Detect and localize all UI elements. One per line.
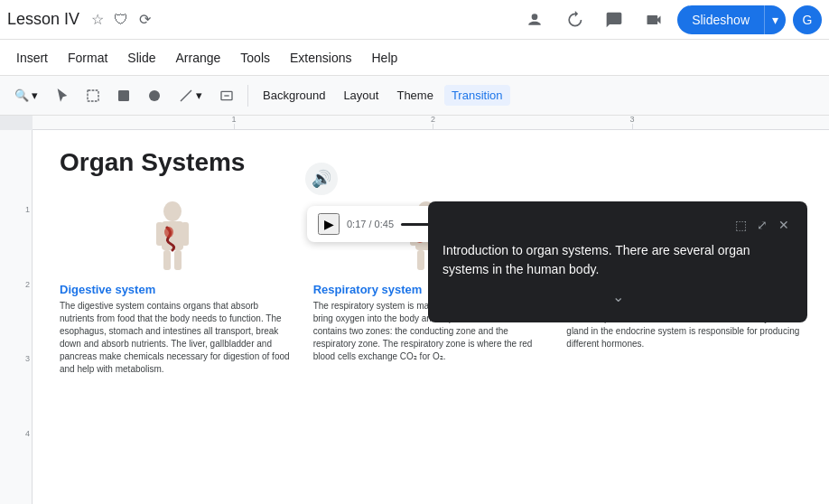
svg-point-12 [164, 227, 173, 238]
digestive-desc: The digestive system contains organs tha… [60, 300, 295, 376]
svg-rect-9 [182, 222, 189, 246]
svg-point-2 [149, 90, 160, 101]
bubble-expand-icon[interactable]: ⬚ [731, 216, 750, 234]
camera-icon-btn[interactable] [638, 4, 670, 36]
ruler-mark-3: 3 [630, 116, 635, 129]
audio-current-time: 0:17 [347, 219, 366, 229]
canvas-area: 1 2 3 1 2 3 4 Organ Systems [0, 116, 829, 504]
menu-help[interactable]: Help [362, 47, 406, 69]
digestive-image [145, 201, 209, 277]
doc-title: Lesson IV [7, 10, 79, 29]
star-icon[interactable]: ☆ [88, 11, 107, 29]
play-button[interactable]: ▶ [318, 213, 340, 235]
bubble-move-icon[interactable]: ⤢ [753, 216, 771, 234]
zoom-icon: 🔍 [14, 89, 29, 102]
top-bar: Lesson IV ☆ 🛡 ⟳ Slideshow ▾ G [0, 0, 829, 40]
toolbar: 🔍 ▾ ▾ Background Layout Theme Transition [0, 76, 829, 116]
history-icon[interactable]: ⟳ [135, 11, 154, 29]
line-btn[interactable]: ▾ [172, 85, 210, 107]
textbox-btn[interactable] [213, 82, 240, 109]
top-bar-right: Slideshow ▾ G [518, 4, 822, 36]
cloud-icon[interactable]: 🛡 [112, 11, 130, 29]
audio-icon-circle[interactable]: 🔊 [305, 163, 338, 195]
svg-rect-8 [156, 222, 163, 246]
shape-btn[interactable] [141, 82, 168, 109]
tab-theme[interactable]: Theme [389, 85, 440, 106]
audio-time: 0:17 / 0:45 [347, 219, 394, 229]
digestive-card: Digestive system The digestive system co… [60, 201, 295, 376]
svg-point-6 [163, 201, 182, 221]
menu-slide[interactable]: Slide [118, 47, 164, 69]
svg-point-0 [532, 14, 538, 20]
zoom-btn[interactable]: 🔍 ▾ [7, 85, 45, 106]
menu-tools[interactable]: Tools [231, 47, 279, 69]
horizontal-ruler: 1 2 3 [33, 116, 829, 130]
ruler-mark-2: 2 [431, 116, 435, 129]
bubble-close-icon[interactable]: ✕ [775, 216, 793, 234]
tooltip-chevron[interactable]: ⌄ [442, 286, 793, 308]
v-ruler-mark-3: 3 [0, 354, 32, 363]
menu-extensions[interactable]: Extensions [281, 47, 360, 69]
v-ruler-mark-4: 4 [0, 429, 32, 438]
main-area: 1 2 3 1 2 3 4 Organ Systems [0, 116, 829, 504]
cursor-btn[interactable] [49, 82, 76, 109]
menu-insert[interactable]: Insert [7, 47, 57, 69]
history-btn[interactable] [558, 4, 591, 36]
separator-1 [247, 85, 248, 107]
audio-total-time: 0:45 [375, 219, 394, 229]
user-avatar[interactable]: G [793, 5, 822, 34]
tab-background[interactable]: Background [256, 85, 332, 106]
menu-arrange[interactable]: Arrange [167, 47, 230, 69]
svg-rect-11 [174, 250, 182, 270]
tooltip-bubble-header: ⬚ ⤢ ✕ [442, 216, 793, 234]
image-btn[interactable] [110, 82, 137, 109]
svg-rect-17 [417, 250, 424, 270]
slideshow-dropdown-arrow[interactable]: ▾ [764, 5, 786, 34]
person-icon-btn[interactable] [518, 4, 551, 36]
selection-btn[interactable] [79, 82, 107, 109]
svg-rect-1 [88, 90, 98, 101]
v-ruler-mark-2: 2 [0, 280, 32, 289]
v-ruler-mark-1: 1 [0, 205, 32, 214]
digestive-name: Digestive system [60, 283, 295, 296]
zoom-dropdown-icon: ▾ [32, 89, 38, 102]
line-dropdown-icon: ▾ [196, 89, 202, 102]
tooltip-text: Introduction to organ systems. There are… [442, 241, 793, 279]
tab-layout[interactable]: Layout [336, 85, 386, 106]
slideshow-button[interactable]: Slideshow ▾ [677, 5, 786, 34]
svg-rect-10 [163, 250, 171, 270]
slide-title: Organ Systems [60, 148, 802, 177]
menu-format[interactable]: Format [59, 47, 116, 69]
ruler-mark-1: 1 [232, 116, 237, 129]
slideshow-label[interactable]: Slideshow [677, 5, 764, 34]
tab-transition[interactable]: Transition [444, 85, 510, 106]
menu-bar: Insert Format Slide Arrange Tools Extens… [0, 40, 829, 76]
vertical-ruler: 1 2 3 4 [0, 130, 33, 504]
comment-icon-btn[interactable] [598, 4, 630, 36]
tooltip-bubble: ⬚ ⤢ ✕ Introduction to organ systems. The… [428, 201, 807, 322]
svg-line-3 [181, 90, 191, 101]
